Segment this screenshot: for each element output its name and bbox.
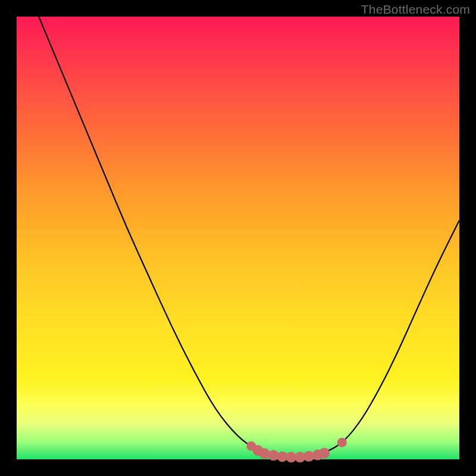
- v-curve-line: [39, 17, 459, 457]
- curve-marker: [337, 438, 347, 447]
- curve-marker: [319, 448, 330, 459]
- chart-svg: [17, 17, 459, 459]
- curve-markers: [246, 438, 347, 463]
- chart-stage: TheBottleneck.com: [0, 0, 476, 476]
- curve-marker: [259, 448, 270, 459]
- watermark-text: TheBottleneck.com: [361, 2, 470, 17]
- chart-plot-area: [17, 17, 459, 459]
